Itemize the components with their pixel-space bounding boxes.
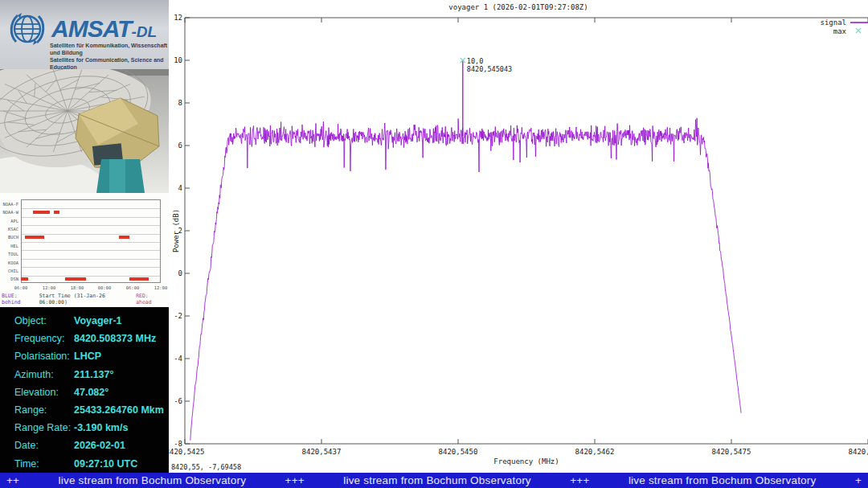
telemetry-label: Azimuth:: [14, 369, 74, 380]
y-tick-label: 10: [169, 56, 182, 64]
x-tick-label: 8420,5425: [169, 448, 204, 456]
y-tick-label: -6: [169, 397, 182, 405]
spectrum-plot: voyager 1 (2026-02-01T09:27:08Z) signalm…: [169, 0, 868, 473]
schedule-x-tick: 12:00: [154, 285, 167, 289]
globe-icon: [8, 10, 47, 48]
schedule-x-tick: 06:00: [14, 285, 27, 289]
telemetry-row: Polarisation:LHCP: [0, 347, 169, 365]
telemetry-row: Date:2026-02-01: [0, 437, 169, 454]
y-tick-label: -8: [169, 440, 182, 448]
ticker-separator: +: [855, 474, 862, 486]
y-tick-label: 6: [169, 141, 182, 150]
telemetry-label: Date:: [14, 440, 74, 451]
x-tick-label: 8420,5450: [439, 448, 478, 456]
schedule-x-tick: 18:00: [70, 285, 83, 289]
schedule-x-tick: 12:00: [43, 285, 55, 289]
y-tick-label: -4: [169, 355, 182, 363]
x-tick-label: 8420,5437: [302, 448, 342, 456]
telemetry-row: Object:Voyager-1: [0, 312, 169, 330]
telemetry-value: 47.082°: [74, 387, 108, 398]
telemetry-value: 2026-02-01: [74, 440, 125, 451]
telemetry-label: Elevation:: [14, 387, 74, 398]
schedule-pass-bar: [54, 211, 60, 214]
telemetry-value: 25433.264760 Mkm: [74, 404, 164, 416]
telemetry-panel: Object:Voyager-1Frequency:8420.508373 MH…: [0, 307, 169, 473]
ticker-separator: +++: [570, 474, 589, 486]
schedule-pass-bar: [119, 236, 129, 239]
telemetry-label: Object:: [14, 315, 74, 326]
station-label: DSN: [0, 277, 18, 281]
station-label: APL: [0, 218, 18, 223]
telemetry-label: Polarisation:: [14, 351, 74, 362]
plot-border: [185, 18, 868, 444]
telemetry-value: 8420.508373 MHz: [74, 333, 156, 344]
schedule-pass-bar: [25, 236, 44, 239]
telemetry-row: Elevation:47.082°: [0, 383, 169, 401]
telemetry-label: Time:: [14, 458, 74, 470]
org-wordmark: AMSAT-DL: [51, 17, 157, 41]
ticker-separator: ++: [6, 474, 19, 486]
telemetry-row: Range:25433.264760 Mkm: [0, 401, 169, 419]
schedule-x-tick: 06:00: [126, 285, 139, 289]
telemetry-value: LHCP: [74, 351, 101, 362]
x-tick-label: 8420,5487: [849, 448, 868, 456]
telemetry-value: Voyager-1: [74, 315, 122, 326]
station-label: CHIL: [0, 268, 18, 273]
telemetry-row: Azimuth:211.137°: [0, 366, 169, 383]
schedule-pass-bar: [129, 277, 149, 281]
ticker-bar: ++live stream from Bochum Observatory+++…: [0, 473, 868, 488]
telemetry-row: Time:09:27:10 UTC: [0, 455, 169, 473]
schedule-caption: Start Time (31-Jan-26 06:00:00): [39, 293, 136, 306]
x-tick-label: 8420,5462: [575, 448, 615, 456]
station-label: TOUL: [0, 251, 18, 256]
station-label: HEL: [0, 243, 18, 248]
telemetry-row: Frequency:8420.508373 MHz: [0, 330, 169, 347]
telemetry-value: -3.190 km/s: [74, 422, 128, 433]
org-subtitle-en: Satellites for Communication, Science an…: [50, 56, 169, 69]
org-subtitle-de: Satelliten für Kommunikation, Wissenscha…: [50, 42, 169, 56]
station-label: NOAA-F: [0, 201, 18, 206]
telemetry-label: Range Rate:: [14, 422, 74, 433]
ticker-text: live stream from Bochum Observatory: [59, 474, 247, 486]
stream-screen: AMSAT-DL Satelliten für Kommunikation, W…: [0, 0, 868, 488]
telemetry-value: 211.137°: [74, 369, 114, 380]
y-tick-label: 8: [169, 99, 182, 107]
telemetry-value: 09:27:10 UTC: [74, 458, 137, 470]
telemetry-label: Range:: [14, 404, 74, 416]
station-label: KSAC: [0, 226, 18, 231]
y-tick-label: 4: [169, 184, 182, 192]
ticker-text: live stream from Bochum Observatory: [343, 474, 531, 486]
schedule-legend-red: RED: ahead: [136, 293, 167, 306]
schedule-pass-bar: [21, 277, 28, 281]
schedule-pass-bar: [65, 277, 86, 281]
y-tick-label: -2: [169, 312, 182, 320]
left-sidebar: AMSAT-DL Satelliten für Kommunikation, W…: [0, 0, 169, 473]
org-name-suffix: -DL: [131, 23, 157, 40]
telemetry-label: Frequency:: [14, 333, 74, 344]
schedule-pass-bar: [33, 211, 50, 214]
org-name-main: AMSAT: [51, 15, 131, 42]
schedule-chart: NOAA-FNOAA-WAPLKSACBUCHHELTOULKOOACHILDS…: [0, 193, 169, 307]
x-tick-label: 8420,5475: [712, 448, 751, 456]
station-label: BUCH: [0, 235, 18, 240]
schedule-x-tick: 00:00: [98, 285, 111, 289]
amsat-logo-panel: AMSAT-DL Satelliten für Kommunikation, W…: [0, 0, 169, 69]
telemetry-row: Range Rate:-3.190 km/s: [0, 419, 169, 437]
station-label: NOAA-W: [0, 209, 18, 214]
y-tick-label: 12: [169, 14, 182, 22]
y-tick-label: 0: [169, 269, 182, 277]
ticker-separator: +++: [285, 474, 305, 486]
station-label: KOOA: [0, 260, 18, 265]
schedule-legend-blue: BLUE: behind: [2, 293, 39, 306]
dish-webcam-image: [0, 69, 169, 193]
signal-trace: [190, 60, 741, 441]
ticker-text: live stream from Bochum Observatory: [628, 474, 817, 486]
y-tick-label: 2: [169, 227, 182, 235]
